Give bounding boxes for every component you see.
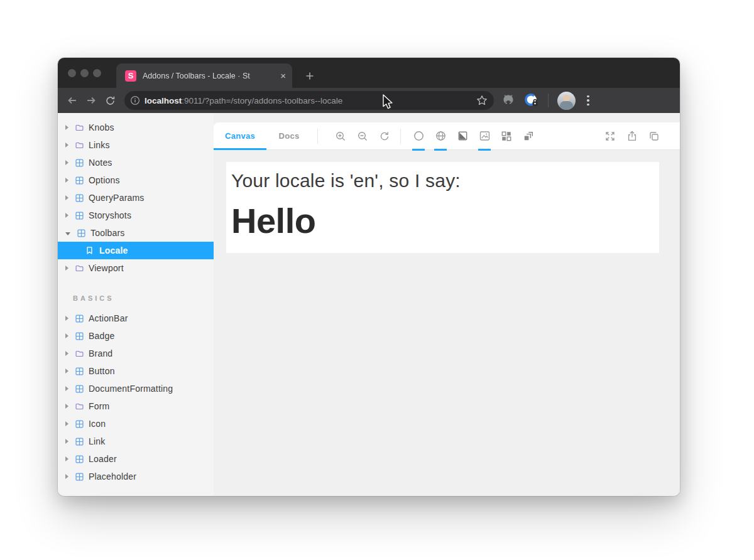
sidebar-item-label: Options xyxy=(89,175,120,185)
chevron-right-icon[interactable] xyxy=(65,386,68,391)
circle-button[interactable] xyxy=(410,127,427,145)
tab-docs[interactable]: Docs xyxy=(266,122,312,149)
navbar-separator xyxy=(548,94,549,107)
sidebar-item-label: Brand xyxy=(89,348,112,358)
sidebar-item-placeholder[interactable]: Placeholder xyxy=(58,468,214,485)
tab-close-icon[interactable]: × xyxy=(280,71,286,80)
forward-button[interactable] xyxy=(82,91,101,110)
chevron-right-icon[interactable] xyxy=(65,439,68,444)
mouse-cursor xyxy=(382,94,395,110)
folder-icon xyxy=(74,401,84,411)
reload-button[interactable] xyxy=(101,91,119,110)
story-message-text: Hello xyxy=(231,200,654,241)
component-icon xyxy=(74,419,84,429)
chevron-down-icon[interactable] xyxy=(65,232,70,235)
traffic-lights[interactable] xyxy=(68,69,101,77)
component-icon xyxy=(74,384,84,394)
site-info-icon[interactable] xyxy=(130,95,140,105)
open-new-button[interactable] xyxy=(645,127,663,145)
globe-button[interactable] xyxy=(432,127,449,145)
component-icon xyxy=(74,471,84,482)
sidebar-item-storyshots[interactable]: Storyshots xyxy=(58,207,214,224)
chevron-right-icon[interactable] xyxy=(65,456,68,461)
sidebar-item-form[interactable]: Form xyxy=(58,397,214,415)
component-icon xyxy=(74,158,84,168)
storybook-favicon-icon: S xyxy=(125,70,136,82)
sidebar-item-label: Locale xyxy=(99,245,128,256)
sidebar-item-brand[interactable]: Brand xyxy=(58,345,214,362)
component-icon xyxy=(74,436,84,446)
sidebar-item-options[interactable]: Options xyxy=(58,171,214,189)
bookmark-icon xyxy=(84,245,94,256)
contrast-button[interactable] xyxy=(454,127,471,145)
browser-menu-button[interactable] xyxy=(584,93,592,109)
tab-canvas[interactable]: Canvas xyxy=(214,122,266,149)
chevron-right-icon[interactable] xyxy=(65,316,68,321)
storybook-preview-area: Canvas Docs Your locale is 'en', so I sa… xyxy=(214,113,680,496)
close-window-button[interactable] xyxy=(68,69,76,77)
zoom-window-button[interactable] xyxy=(93,69,101,77)
minimize-window-button[interactable] xyxy=(80,69,89,77)
zoom-reset-button[interactable] xyxy=(376,127,393,145)
component-icon xyxy=(74,454,84,464)
zoom-out-button[interactable] xyxy=(354,127,371,145)
zoom-in-button[interactable] xyxy=(332,127,349,145)
chevron-right-icon[interactable] xyxy=(65,421,68,426)
addon-tools xyxy=(410,127,537,145)
sidebar-item-knobs[interactable]: Knobs xyxy=(58,119,214,136)
sidebar-item-viewport[interactable]: Viewport xyxy=(58,259,214,277)
chevron-right-icon[interactable] xyxy=(65,369,68,374)
new-tab-button[interactable] xyxy=(297,63,322,88)
folder-icon xyxy=(74,348,84,358)
sidebar-item-queryparams[interactable]: QueryParams xyxy=(58,189,214,207)
chevron-right-icon[interactable] xyxy=(65,213,68,218)
sidebar-item-notes[interactable]: Notes xyxy=(58,154,214,171)
chevron-right-icon[interactable] xyxy=(65,195,68,200)
bookmark-star-icon[interactable] xyxy=(476,95,488,106)
chevron-right-icon[interactable] xyxy=(65,266,68,271)
sidebar-story-locale[interactable]: Locale xyxy=(58,242,214,259)
chevron-right-icon[interactable] xyxy=(65,351,68,356)
sidebar-item-links[interactable]: Links xyxy=(58,136,214,154)
stack-button[interactable] xyxy=(520,127,537,145)
chevron-right-icon[interactable] xyxy=(65,474,68,479)
component-icon xyxy=(74,210,84,220)
sidebar-item-loader[interactable]: Loader xyxy=(58,450,214,468)
photo-button[interactable] xyxy=(476,127,493,145)
sidebar-item-icon[interactable]: Icon xyxy=(58,415,214,433)
sidebar-item-label: Button xyxy=(89,366,115,376)
browser-tabstrip: S Addons / Toolbars - Locale · St × xyxy=(58,58,680,88)
url-host: localhost xyxy=(145,96,182,105)
profile-avatar[interactable] xyxy=(557,92,576,110)
fullscreen-button[interactable] xyxy=(601,127,619,145)
chevron-right-icon[interactable] xyxy=(65,404,68,409)
github-extension-icon[interactable] xyxy=(501,94,515,107)
share-button[interactable] xyxy=(623,127,641,145)
sidebar-section-header: BASICS xyxy=(58,293,214,303)
component-icon xyxy=(74,193,84,203)
back-button[interactable] xyxy=(63,91,82,110)
blue-extension-icon[interactable] xyxy=(524,93,539,108)
window-tools xyxy=(601,127,663,145)
sidebar-item-label: Viewport xyxy=(89,263,124,273)
address-bar[interactable]: localhost:9011/?path=/story/addons-toolb… xyxy=(124,91,494,110)
sidebar-item-actionbar[interactable]: ActionBar xyxy=(58,310,214,327)
component-icon xyxy=(74,331,84,341)
chevron-right-icon[interactable] xyxy=(65,143,68,148)
chevron-right-icon[interactable] xyxy=(65,160,68,165)
url-text[interactable]: localhost:9011/?path=/story/addons-toolb… xyxy=(145,96,476,105)
story-canvas-card: Your locale is 'en', so I say: Hello xyxy=(226,162,659,253)
grid-button[interactable] xyxy=(498,127,515,145)
browser-tab[interactable]: S Addons / Toolbars - Locale · St × xyxy=(116,63,292,88)
chevron-right-icon[interactable] xyxy=(65,333,68,338)
sidebar-item-label: Form xyxy=(89,401,109,411)
sidebar-item-documentformatting[interactable]: DocumentFormatting xyxy=(58,380,214,397)
sidebar-item-badge[interactable]: Badge xyxy=(58,327,214,345)
sidebar-item-toolbars[interactable]: Toolbars xyxy=(58,224,214,242)
sidebar-item-label: Badge xyxy=(89,331,114,341)
chevron-right-icon[interactable] xyxy=(65,125,68,130)
chevron-right-icon[interactable] xyxy=(65,178,68,183)
component-icon xyxy=(74,175,84,185)
sidebar-item-link[interactable]: Link xyxy=(58,433,214,450)
sidebar-item-button[interactable]: Button xyxy=(58,362,214,380)
